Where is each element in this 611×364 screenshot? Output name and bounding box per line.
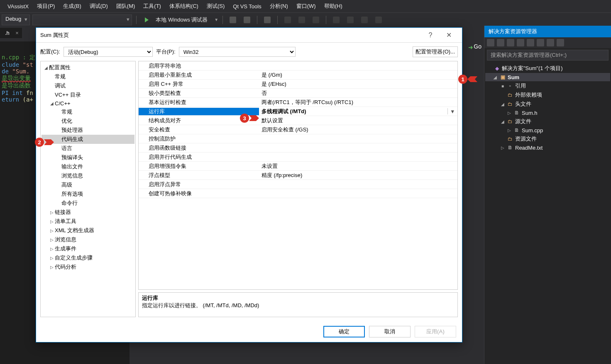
menu-help[interactable]: 帮助(H) — [320, 1, 347, 12]
category-node[interactable]: ◢C/C++ — [42, 99, 134, 107]
close-button[interactable]: ✕ — [440, 29, 458, 41]
debugger-label[interactable]: 本地 Windows 调试器 — [155, 16, 210, 24]
category-node[interactable]: ▷清单工具 — [42, 217, 134, 226]
tree-item[interactable]: ◢🗀头文件 — [485, 99, 610, 109]
config-dropdown[interactable]: Debug — [2, 15, 30, 25]
property-row[interactable]: 运行库多线程调试 (/MTd)▾ — [139, 107, 457, 116]
start-debug-button[interactable] — [141, 15, 152, 25]
toolbar-icon[interactable] — [330, 15, 342, 25]
property-row[interactable]: 安全检查启用安全检查 (/GS) — [139, 125, 457, 134]
property-value[interactable]: 精度 (/fp:precise) — [259, 172, 457, 179]
close-icon[interactable]: × — [15, 30, 19, 36]
tree-project[interactable]: ◢ ▣ Sum — [485, 73, 610, 81]
expand-icon[interactable]: ▷ — [49, 247, 55, 251]
expand-icon[interactable]: ▷ — [49, 219, 55, 224]
toolbar-icon[interactable] — [241, 15, 253, 25]
category-node[interactable]: 浏览信息 — [42, 171, 134, 180]
menu-architecture[interactable]: 体系结构(C) — [165, 1, 203, 12]
category-node[interactable]: 调试 — [42, 81, 134, 90]
toolbar-icon[interactable] — [262, 15, 273, 25]
property-row[interactable]: 启用浮点异常 — [139, 180, 457, 189]
property-row[interactable]: 较小类型检查否 — [139, 89, 457, 98]
property-value[interactable]: 启用安全检查 (/GS) — [259, 126, 457, 133]
property-row[interactable]: 启用并行代码生成 — [139, 153, 457, 162]
tree-item[interactable]: ▷🗎Sum.cpp — [485, 126, 610, 134]
platform-dropdown[interactable] — [32, 15, 132, 25]
toolbar-icon[interactable] — [282, 15, 293, 25]
properties-icon[interactable] — [527, 39, 534, 46]
category-node[interactable]: 常规 — [42, 72, 134, 81]
category-node[interactable]: ▷生成事件 — [42, 244, 134, 253]
property-value[interactable]: 多线程调试 (/MTd)▾ — [259, 108, 457, 115]
category-node[interactable]: 代码生成 — [42, 135, 134, 144]
help-button[interactable]: ? — [421, 29, 440, 41]
home-icon[interactable] — [487, 39, 494, 46]
show-all-icon[interactable] — [517, 39, 524, 46]
tree-item[interactable]: ▷🗎ReadMe.txt — [485, 143, 610, 152]
chevron-down-icon[interactable]: ▼ — [214, 17, 218, 22]
expand-icon[interactable]: ▷ — [49, 256, 55, 260]
category-node[interactable]: 优化 — [42, 116, 134, 126]
property-row[interactable]: 启用字符串池 — [139, 61, 457, 70]
category-node[interactable]: VC++ 目录 — [42, 90, 134, 99]
collapse-icon[interactable] — [547, 39, 554, 46]
category-node[interactable]: ◢配置属性 — [42, 63, 134, 72]
category-node[interactable]: ▷链接器 — [42, 208, 134, 217]
category-node[interactable]: 预编译头 — [42, 153, 134, 162]
category-node[interactable]: ▷XML 文档生成器 — [42, 226, 134, 235]
category-node[interactable]: ▷代码分析 — [42, 262, 134, 272]
property-row[interactable]: 启用函数级链接 — [139, 143, 457, 153]
property-row[interactable]: 基本运行时检查两者(/RTC1，等同于 /RTCsu) (/RTC1) — [139, 98, 457, 107]
tree-solution-root[interactable]: ◆ 解决方案"Sum"(1 个项目) — [485, 64, 610, 73]
solution-tree[interactable]: ◆ 解决方案"Sum"(1 个项目) ◢ ▣ Sum ■▫引用🗀外部依赖项◢🗀头… — [484, 62, 611, 153]
expand-icon[interactable]: ▷ — [507, 128, 512, 133]
expand-icon[interactable]: ▷ — [49, 210, 55, 215]
expand-icon[interactable]: ◢ — [500, 119, 505, 124]
property-row[interactable]: 启用增强指令集未设置 — [139, 162, 457, 171]
refresh-icon[interactable] — [497, 39, 504, 46]
cancel-button[interactable]: 取消 — [369, 326, 411, 337]
menu-test[interactable]: 测试(S) — [203, 1, 229, 12]
category-node[interactable]: 输出文件 — [42, 162, 134, 171]
tree-item[interactable]: 🗀资源文件 — [485, 134, 610, 143]
preview-icon[interactable] — [537, 39, 544, 46]
expand-icon[interactable]: ◢ — [43, 66, 49, 70]
expand-icon[interactable]: ◢ — [493, 75, 498, 80]
toolbar-icon[interactable] — [345, 15, 356, 25]
toolbar-icon[interactable] — [373, 15, 384, 25]
ok-button[interactable]: 确定 — [323, 326, 365, 337]
expand-icon[interactable]: ◢ — [500, 102, 505, 107]
expand-icon[interactable]: ▷ — [49, 228, 55, 233]
category-node[interactable]: 语言 — [42, 144, 134, 153]
toolbar-icon[interactable] — [296, 15, 308, 25]
property-row[interactable]: 结构成员对齐默认设置 — [139, 116, 457, 125]
menu-qtvstools[interactable]: Qt VS Tools — [229, 2, 265, 11]
category-node[interactable]: ▷自定义生成步骤 — [42, 253, 134, 262]
category-node[interactable]: 所有选项 — [42, 189, 134, 199]
property-row[interactable]: 启用最小重新生成是 (/Gm) — [139, 70, 457, 80]
platform-select[interactable]: Win32 — [179, 47, 296, 57]
property-value[interactable]: 两者(/RTC1，等同于 /RTCsu) (/RTC1) — [259, 99, 457, 106]
property-value[interactable]: 未设置 — [259, 163, 457, 170]
menu-vassistx[interactable]: VAssistX — [3, 2, 33, 11]
category-tree[interactable]: ◢配置属性常规调试VC++ 目录◢C/C++常规优化预处理器代码生成语言预编译头… — [40, 61, 136, 317]
property-row[interactable]: 创建可热修补映像 — [139, 189, 457, 198]
expand-icon[interactable]: ▷ — [500, 146, 505, 150]
menu-project[interactable]: 项目(P) — [33, 1, 59, 12]
expand-icon[interactable]: ◢ — [49, 101, 55, 106]
property-value[interactable]: 是 (/Gm) — [259, 71, 457, 79]
property-grid[interactable]: 启用字符串池启用最小重新生成是 (/Gm)启用 C++ 异常是 (/EHsc)较… — [138, 61, 458, 290]
expand-icon[interactable]: ■ — [500, 84, 505, 88]
category-node[interactable]: 命令行 — [42, 199, 134, 208]
config-manager-button[interactable]: 配置管理器(O)... — [413, 46, 458, 57]
menu-build[interactable]: 生成(B) — [59, 1, 85, 12]
toolbar-icon[interactable] — [359, 15, 370, 25]
menu-analyze[interactable]: 分析(N) — [266, 1, 292, 12]
tree-item[interactable]: ▷🗎Sum.h — [485, 109, 610, 117]
property-value[interactable]: 默认设置 — [259, 117, 457, 124]
menu-window[interactable]: 窗口(W) — [292, 1, 320, 12]
sync-icon[interactable] — [507, 39, 514, 46]
tree-item[interactable]: 🗀外部依赖项 — [485, 90, 610, 99]
category-node[interactable]: 预处理器 — [42, 126, 134, 135]
category-node[interactable]: ▷浏览信息 — [42, 235, 134, 244]
